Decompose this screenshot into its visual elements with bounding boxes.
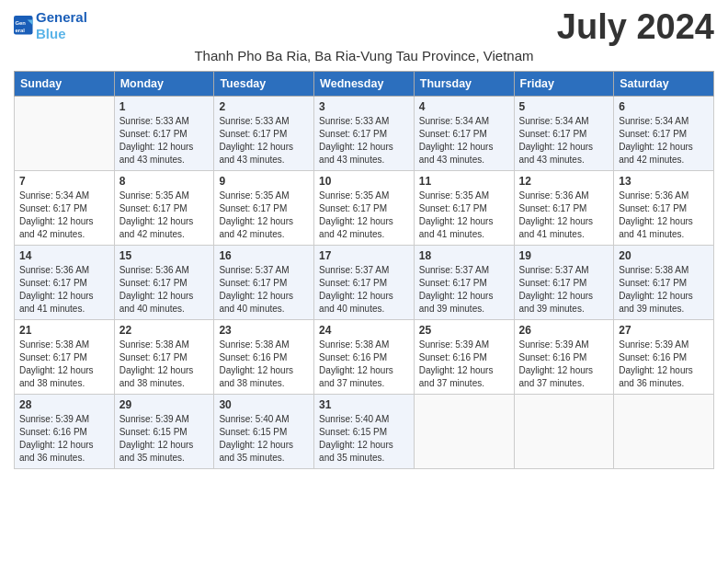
calendar-cell: 20Sunrise: 5:38 AMSunset: 6:17 PMDayligh… — [614, 246, 714, 320]
calendar-cell: 9Sunrise: 5:35 AMSunset: 6:17 PMDaylight… — [214, 171, 314, 246]
day-number: 28 — [19, 398, 109, 411]
calendar-cell: 21Sunrise: 5:38 AMSunset: 6:17 PMDayligh… — [15, 320, 115, 395]
calendar-cell: 6Sunrise: 5:34 AMSunset: 6:17 PMDaylight… — [614, 97, 714, 171]
calendar-cell: 15Sunrise: 5:36 AMSunset: 6:17 PMDayligh… — [114, 246, 214, 320]
day-info: Sunrise: 5:33 AMSunset: 6:17 PMDaylight:… — [319, 115, 409, 167]
calendar-cell: 3Sunrise: 5:33 AMSunset: 6:17 PMDaylight… — [314, 97, 415, 171]
day-info: Sunrise: 5:39 AMSunset: 6:16 PMDaylight:… — [519, 339, 609, 390]
day-info: Sunrise: 5:39 AMSunset: 6:15 PMDaylight:… — [119, 413, 210, 465]
weekday-header-tuesday: Tuesday — [214, 72, 314, 97]
day-info: Sunrise: 5:40 AMSunset: 6:15 PMDaylight:… — [219, 413, 309, 465]
day-number: 4 — [419, 100, 509, 113]
calendar-cell: 2Sunrise: 5:33 AMSunset: 6:17 PMDaylight… — [214, 97, 314, 171]
svg-text:eral: eral — [15, 28, 25, 33]
day-number: 19 — [519, 249, 609, 262]
calendar-cell: 25Sunrise: 5:39 AMSunset: 6:16 PMDayligh… — [414, 320, 514, 395]
day-number: 15 — [119, 249, 210, 262]
day-info: Sunrise: 5:38 AMSunset: 6:17 PMDaylight:… — [619, 264, 709, 316]
calendar-cell: 11Sunrise: 5:35 AMSunset: 6:17 PMDayligh… — [414, 171, 514, 246]
calendar-cell: 4Sunrise: 5:34 AMSunset: 6:17 PMDaylight… — [414, 97, 514, 171]
calendar-cell: 22Sunrise: 5:38 AMSunset: 6:17 PMDayligh… — [114, 320, 214, 395]
calendar-week-row: 14Sunrise: 5:36 AMSunset: 6:17 PMDayligh… — [15, 246, 714, 320]
day-info: Sunrise: 5:40 AMSunset: 6:15 PMDaylight:… — [319, 413, 409, 465]
day-info: Sunrise: 5:35 AMSunset: 6:17 PMDaylight:… — [219, 190, 309, 241]
calendar-cell — [15, 97, 115, 171]
day-number: 20 — [619, 249, 709, 262]
day-info: Sunrise: 5:38 AMSunset: 6:17 PMDaylight:… — [119, 339, 210, 390]
day-number: 2 — [219, 100, 309, 113]
day-info: Sunrise: 5:38 AMSunset: 6:16 PMDaylight:… — [219, 339, 309, 390]
day-number: 3 — [319, 100, 409, 113]
day-info: Sunrise: 5:34 AMSunset: 6:17 PMDaylight:… — [519, 115, 609, 167]
day-info: Sunrise: 5:33 AMSunset: 6:17 PMDaylight:… — [119, 115, 210, 167]
calendar-table: SundayMondayTuesdayWednesdayThursdayFrid… — [14, 71, 714, 469]
calendar-cell — [614, 395, 714, 469]
day-info: Sunrise: 5:37 AMSunset: 6:17 PMDaylight:… — [219, 264, 309, 316]
calendar-cell: 19Sunrise: 5:37 AMSunset: 6:17 PMDayligh… — [514, 246, 614, 320]
day-number: 12 — [519, 175, 609, 188]
day-number: 6 — [619, 100, 709, 113]
day-info: Sunrise: 5:39 AMSunset: 6:16 PMDaylight:… — [19, 413, 109, 465]
day-number: 11 — [419, 175, 509, 188]
day-info: Sunrise: 5:34 AMSunset: 6:17 PMDaylight:… — [19, 190, 109, 241]
calendar-cell: 24Sunrise: 5:38 AMSunset: 6:16 PMDayligh… — [314, 320, 415, 395]
day-number: 27 — [619, 324, 709, 337]
calendar-cell: 31Sunrise: 5:40 AMSunset: 6:15 PMDayligh… — [314, 395, 415, 469]
day-number: 22 — [119, 324, 210, 337]
weekday-header-wednesday: Wednesday — [314, 72, 415, 97]
day-info: Sunrise: 5:35 AMSunset: 6:17 PMDaylight:… — [419, 190, 509, 241]
calendar-cell: 18Sunrise: 5:37 AMSunset: 6:17 PMDayligh… — [414, 246, 514, 320]
day-number: 23 — [219, 324, 309, 337]
weekday-header-friday: Friday — [514, 72, 614, 97]
day-number: 5 — [519, 100, 609, 113]
day-info: Sunrise: 5:33 AMSunset: 6:17 PMDaylight:… — [219, 115, 309, 167]
logo: Gen eral General Blue — [14, 9, 87, 42]
weekday-header-monday: Monday — [114, 72, 214, 97]
calendar-cell: 8Sunrise: 5:35 AMSunset: 6:17 PMDaylight… — [114, 171, 214, 246]
calendar-cell: 14Sunrise: 5:36 AMSunset: 6:17 PMDayligh… — [15, 246, 115, 320]
day-info: Sunrise: 5:36 AMSunset: 6:17 PMDaylight:… — [519, 190, 609, 241]
calendar-cell — [514, 395, 614, 469]
calendar-cell: 23Sunrise: 5:38 AMSunset: 6:16 PMDayligh… — [214, 320, 314, 395]
day-info: Sunrise: 5:37 AMSunset: 6:17 PMDaylight:… — [419, 264, 509, 316]
calendar-week-row: 28Sunrise: 5:39 AMSunset: 6:16 PMDayligh… — [15, 395, 714, 469]
calendar-cell — [414, 395, 514, 469]
day-number: 31 — [319, 398, 409, 411]
calendar-cell: 26Sunrise: 5:39 AMSunset: 6:16 PMDayligh… — [514, 320, 614, 395]
day-info: Sunrise: 5:37 AMSunset: 6:17 PMDaylight:… — [319, 264, 409, 316]
day-info: Sunrise: 5:35 AMSunset: 6:17 PMDaylight:… — [119, 190, 210, 241]
day-info: Sunrise: 5:37 AMSunset: 6:17 PMDaylight:… — [519, 264, 609, 316]
calendar-week-row: 21Sunrise: 5:38 AMSunset: 6:17 PMDayligh… — [15, 320, 714, 395]
day-info: Sunrise: 5:38 AMSunset: 6:16 PMDaylight:… — [319, 339, 409, 390]
weekday-header-sunday: Sunday — [15, 72, 115, 97]
day-number: 16 — [219, 249, 309, 262]
day-number: 18 — [419, 249, 509, 262]
day-info: Sunrise: 5:38 AMSunset: 6:17 PMDaylight:… — [19, 339, 109, 390]
calendar-cell: 17Sunrise: 5:37 AMSunset: 6:17 PMDayligh… — [314, 246, 415, 320]
day-number: 9 — [219, 175, 309, 188]
day-number: 29 — [119, 398, 210, 411]
day-number: 13 — [619, 175, 709, 188]
calendar-cell: 10Sunrise: 5:35 AMSunset: 6:17 PMDayligh… — [314, 171, 415, 246]
day-number: 1 — [119, 100, 210, 113]
day-info: Sunrise: 5:34 AMSunset: 6:17 PMDaylight:… — [619, 115, 709, 167]
calendar-cell: 30Sunrise: 5:40 AMSunset: 6:15 PMDayligh… — [214, 395, 314, 469]
calendar-cell: 1Sunrise: 5:33 AMSunset: 6:17 PMDaylight… — [114, 97, 214, 171]
calendar-cell: 29Sunrise: 5:39 AMSunset: 6:15 PMDayligh… — [114, 395, 214, 469]
day-info: Sunrise: 5:36 AMSunset: 6:17 PMDaylight:… — [619, 190, 709, 241]
calendar-cell: 7Sunrise: 5:34 AMSunset: 6:17 PMDaylight… — [15, 171, 115, 246]
day-number: 26 — [519, 324, 609, 337]
svg-text:Gen: Gen — [15, 20, 26, 26]
day-number: 30 — [219, 398, 309, 411]
logo-text: General Blue — [36, 9, 87, 42]
day-number: 10 — [319, 175, 409, 188]
weekday-header-saturday: Saturday — [614, 72, 714, 97]
day-number: 8 — [119, 175, 210, 188]
calendar-cell: 12Sunrise: 5:36 AMSunset: 6:17 PMDayligh… — [514, 171, 614, 246]
calendar-week-row: 7Sunrise: 5:34 AMSunset: 6:17 PMDaylight… — [15, 171, 714, 246]
month-title: July 2024 — [557, 9, 714, 44]
calendar-cell: 13Sunrise: 5:36 AMSunset: 6:17 PMDayligh… — [614, 171, 714, 246]
location-title: Thanh Pho Ba Ria, Ba Ria-Vung Tau Provin… — [14, 48, 714, 63]
calendar-cell: 28Sunrise: 5:39 AMSunset: 6:16 PMDayligh… — [15, 395, 115, 469]
weekday-header-thursday: Thursday — [414, 72, 514, 97]
